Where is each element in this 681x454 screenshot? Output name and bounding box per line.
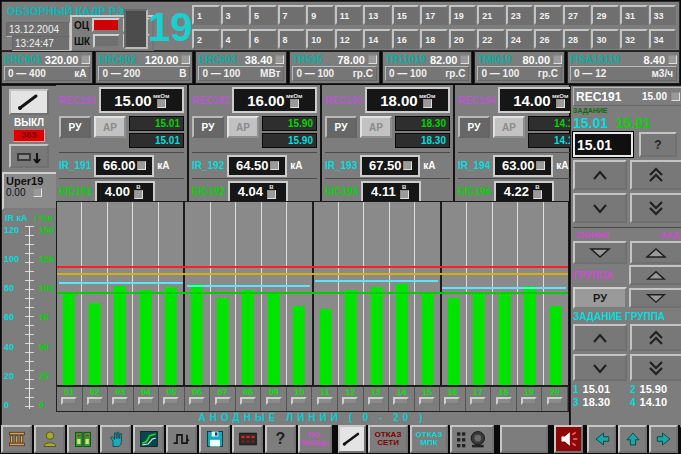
line-select-button[interactable] (266, 397, 282, 405)
rec-checkbox[interactable] (290, 99, 299, 108)
network-fail-indicator[interactable]: ОТКАЗ СЕТИ (368, 425, 408, 453)
oc-indicator-on[interactable] (92, 18, 119, 32)
frame-button[interactable]: 3 (221, 5, 249, 25)
line-select-button[interactable] (112, 397, 128, 405)
param-checkbox[interactable] (553, 55, 562, 64)
group-ru-button[interactable]: РУ (573, 287, 627, 309)
frame-button[interactable]: 6 (249, 29, 277, 49)
line-select-button[interactable] (317, 397, 333, 405)
recorder-button[interactable] (450, 425, 494, 453)
step-down-button[interactable] (573, 193, 627, 223)
line-select-button[interactable] (291, 397, 307, 405)
eic-checkbox[interactable] (533, 190, 542, 199)
param-checkbox[interactable] (81, 55, 90, 64)
ir-checkbox[interactable] (536, 161, 545, 170)
group-step-down-button[interactable] (573, 354, 627, 381)
line-select-button[interactable] (547, 397, 563, 405)
line-select-button[interactable] (163, 397, 179, 405)
frame-button[interactable]: 28 (563, 29, 591, 49)
frame-button[interactable]: 34 (649, 29, 677, 49)
frame-button[interactable]: 22 (477, 29, 505, 49)
line-select-button[interactable] (240, 397, 256, 405)
param-checkbox[interactable] (460, 55, 469, 64)
frame-button[interactable]: 1 (192, 5, 220, 25)
param-checkbox[interactable] (275, 55, 284, 64)
ru-mode-button[interactable]: РУ (192, 116, 224, 138)
frame-button[interactable]: 13 (363, 5, 391, 25)
mpk-fail-indicator[interactable]: ОТКАЗ МПК (410, 425, 448, 453)
line-select-button[interactable] (393, 397, 409, 405)
ir-checkbox[interactable] (270, 161, 279, 170)
frame-button[interactable]: 33 (649, 5, 677, 25)
frame-button[interactable]: 32 (620, 29, 648, 49)
frame-button[interactable]: 25 (534, 5, 562, 25)
frame-button[interactable]: 19 (449, 5, 477, 25)
group-step-up-button[interactable] (573, 324, 627, 351)
ar-mode-button[interactable]: АР (94, 116, 126, 138)
manual-hold-button[interactable] (100, 425, 131, 453)
line-select-button[interactable] (189, 397, 205, 405)
line-select-button[interactable] (419, 397, 435, 405)
frame-button[interactable]: 23 (506, 5, 534, 25)
group-fast-up-button[interactable] (630, 324, 681, 351)
uper-checkbox[interactable] (33, 188, 42, 197)
plant-overview-button[interactable] (1, 425, 32, 453)
ru-mode-button[interactable]: РУ (59, 116, 91, 138)
trends-button[interactable] (133, 425, 164, 453)
meters-button[interactable] (232, 425, 263, 453)
ru-mode-button[interactable]: РУ (325, 116, 357, 138)
frame-button[interactable]: 18 (420, 29, 448, 49)
line-select-button[interactable] (521, 397, 537, 405)
param-checkbox[interactable] (668, 55, 677, 64)
rec-checkbox[interactable] (157, 99, 166, 108)
step-program-button[interactable] (166, 425, 197, 453)
ir-checkbox[interactable] (137, 161, 146, 170)
frame-button[interactable]: 11 (335, 5, 363, 25)
nav-up-button[interactable] (618, 425, 647, 453)
line-select-button[interactable] (215, 397, 231, 405)
cabinets-button[interactable] (67, 425, 98, 453)
nav-back-button[interactable] (587, 425, 616, 453)
line-select-button[interactable] (61, 397, 77, 405)
param-checkbox[interactable] (368, 55, 377, 64)
frame-button[interactable]: 21 (477, 5, 505, 25)
frame-button[interactable]: 15 (392, 5, 420, 25)
group-up-button[interactable] (629, 265, 681, 285)
frame-button[interactable]: 12 (335, 29, 363, 49)
selected-rec-checkbox[interactable] (671, 92, 680, 101)
frame-button[interactable]: 24 (506, 29, 534, 49)
ar-mode-button[interactable]: АР (360, 116, 392, 138)
eic-checkbox[interactable] (134, 190, 143, 199)
param-checkbox[interactable] (181, 55, 190, 64)
eic-checkbox[interactable] (400, 190, 409, 199)
line-select-button[interactable] (496, 397, 512, 405)
frame-button[interactable]: 7 (278, 5, 306, 25)
frame-button[interactable]: 20 (449, 29, 477, 49)
line-select-button[interactable] (444, 397, 460, 405)
frame-button[interactable]: 14 (363, 29, 391, 49)
pen-tool-button[interactable] (9, 89, 49, 115)
fast-down-button[interactable] (630, 193, 681, 223)
hoist-button[interactable] (9, 144, 49, 168)
line-select-button[interactable] (342, 397, 358, 405)
frame-button[interactable]: 2 (192, 29, 220, 49)
frame-button[interactable]: 8 (278, 29, 306, 49)
group-fast-down-button[interactable] (630, 354, 681, 381)
frame-button[interactable]: 17 (420, 5, 448, 25)
frame-button[interactable]: 27 (563, 5, 591, 25)
frame-button[interactable]: 4 (221, 29, 249, 49)
lower-button[interactable] (573, 241, 627, 264)
group-down-button[interactable] (629, 288, 681, 308)
step-up-button[interactable] (573, 160, 627, 190)
frame-button[interactable]: 29 (591, 5, 619, 25)
rec-checkbox[interactable] (556, 99, 565, 108)
nav-forward-button[interactable] (649, 425, 678, 453)
frame-button[interactable]: 26 (534, 29, 562, 49)
setpoint-input[interactable] (573, 132, 633, 157)
frame-button[interactable]: 16 (392, 29, 420, 49)
fast-up-button[interactable] (630, 160, 681, 190)
shk-indicator-1[interactable] (93, 34, 120, 48)
line-select-button[interactable] (138, 397, 154, 405)
line-select-button[interactable] (470, 397, 486, 405)
pen-tool-button-2[interactable] (338, 425, 366, 453)
